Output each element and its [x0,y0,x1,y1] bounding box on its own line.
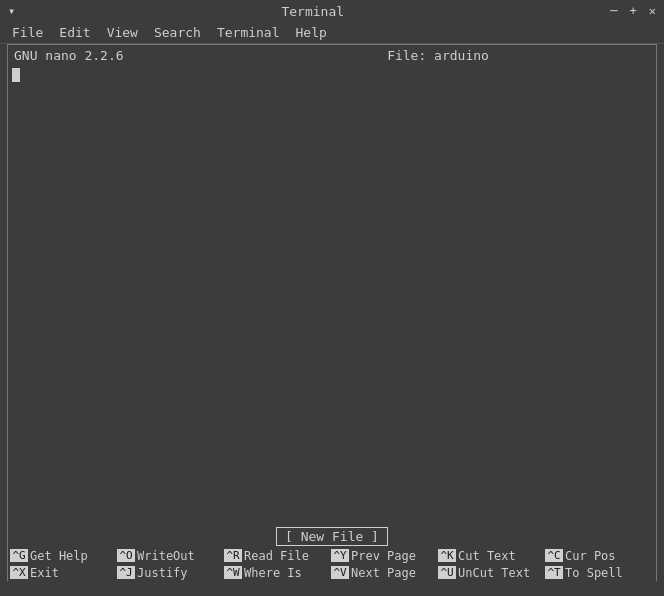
menu-terminal[interactable]: Terminal [209,23,288,42]
shortcut-label: Exit [30,566,59,580]
shortcut-label: Justify [137,566,188,580]
shortcut-key: ^T [545,566,563,579]
editor-area[interactable] [8,65,656,525]
title-bar: ▾ Terminal ─ + ✕ [0,0,664,22]
shortcut-key: ^W [224,566,242,579]
menu-search[interactable]: Search [146,23,209,42]
shortcut-key: ^U [438,566,456,579]
shortcut-key: ^Y [331,549,349,562]
minimize-button[interactable]: ─ [606,4,621,18]
window-title: Terminal [19,4,606,19]
menu-edit[interactable]: Edit [51,23,98,42]
shortcut-item[interactable]: ^YPrev Page [329,549,436,563]
shortcut-item[interactable]: ^UUnCut Text [436,566,543,580]
menu-file[interactable]: File [4,23,51,42]
menu-bar: File Edit View Search Terminal Help [0,22,664,44]
nano-version: GNU nano 2.2.6 [14,48,226,63]
shortcut-label: Get Help [30,549,88,563]
shortcut-label: Cut Text [458,549,516,563]
shortcut-row-2: ^XExit^JJustify^WWhere Is^VNext Page^UUn… [8,564,656,581]
menu-help[interactable]: Help [288,23,335,42]
shortcut-label: Prev Page [351,549,416,563]
window-arrow[interactable]: ▾ [4,4,19,18]
title-bar-left: ▾ [4,4,19,18]
shortcut-label: WriteOut [137,549,195,563]
new-file-bar: [ New File ] [8,525,656,547]
shortcut-key: ^O [117,549,135,562]
shortcut-item[interactable]: ^WWhere Is [222,566,329,580]
shortcut-item[interactable]: ^OWriteOut [115,549,222,563]
shortcut-key: ^R [224,549,242,562]
shortcut-label: To Spell [565,566,623,580]
shortcut-label: Read File [244,549,309,563]
shortcut-item[interactable]: ^TTo Spell [543,566,650,580]
shortcut-item[interactable]: ^XExit [8,566,115,580]
nano-window: GNU nano 2.2.6 File: arduino [ New File … [7,44,657,581]
shortcut-key: ^X [10,566,28,579]
shortcut-label: Next Page [351,566,416,580]
shortcut-item[interactable]: ^KCut Text [436,549,543,563]
shortcut-key: ^J [117,566,135,579]
close-button[interactable]: ✕ [645,4,660,18]
shortcut-row-1: ^GGet Help^OWriteOut^RRead File^YPrev Pa… [8,547,656,564]
shortcut-key: ^G [10,549,28,562]
menu-view[interactable]: View [99,23,146,42]
nano-filename: File: arduino [226,48,650,63]
shortcut-key: ^V [331,566,349,579]
text-cursor [12,68,20,82]
terminal-window: ▾ Terminal ─ + ✕ File Edit View Search T… [0,0,664,596]
new-file-label: [ New File ] [276,527,388,546]
maximize-button[interactable]: + [626,4,641,18]
shortcut-item[interactable]: ^GGet Help [8,549,115,563]
shortcut-label: Cur Pos [565,549,616,563]
shortcut-item[interactable]: ^VNext Page [329,566,436,580]
window-controls: ─ + ✕ [606,4,660,18]
shortcut-key: ^C [545,549,563,562]
nano-header: GNU nano 2.2.6 File: arduino [8,45,656,65]
shortcut-label: Where Is [244,566,302,580]
shortcut-item[interactable]: ^JJustify [115,566,222,580]
shortcut-label: UnCut Text [458,566,530,580]
shortcut-item[interactable]: ^CCur Pos [543,549,650,563]
shortcut-key: ^K [438,549,456,562]
shortcut-bar: ^GGet Help^OWriteOut^RRead File^YPrev Pa… [8,547,656,581]
shortcut-item[interactable]: ^RRead File [222,549,329,563]
